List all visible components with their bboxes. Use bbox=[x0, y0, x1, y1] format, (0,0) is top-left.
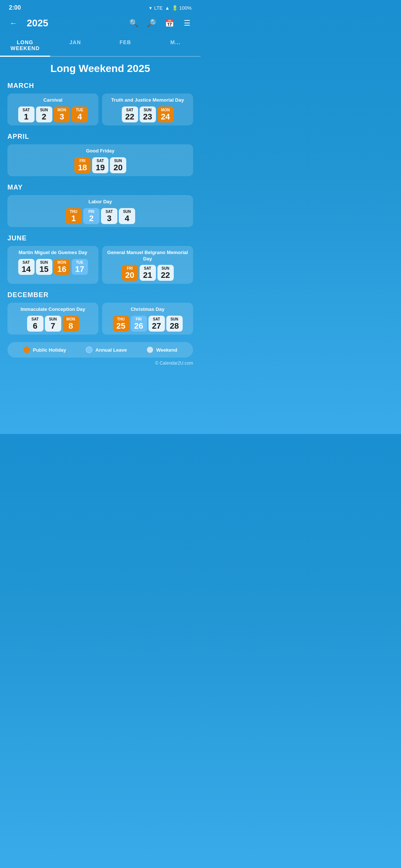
day-cell: SUN7 bbox=[45, 316, 61, 332]
day-of-week: FRI bbox=[88, 210, 94, 214]
lte-label: LTE bbox=[154, 5, 163, 11]
day-of-month: 3 bbox=[59, 113, 64, 121]
tabs-bar: LONG WEEKEND JAN FEB M... bbox=[0, 35, 200, 57]
holiday-card-martin-miguel-de-guemes-day: Martin Miguel de Guemes DaySAT14SUN15MON… bbox=[7, 246, 98, 284]
day-of-month: 2 bbox=[89, 214, 94, 223]
holidays-row-april: Good FridayFRI18SAT19SUN20 bbox=[7, 144, 193, 176]
month-section-june: JUNEMartin Miguel de Guemes DaySAT14SUN1… bbox=[7, 234, 193, 284]
day-cell: FRI2 bbox=[83, 208, 100, 224]
toolbar: ← 2025 🔍 🔎 📅 ☰ bbox=[0, 13, 200, 35]
month-label-june: JUNE bbox=[7, 234, 193, 242]
day-of-week: SAT bbox=[153, 317, 160, 321]
day-of-week: SAT bbox=[23, 260, 30, 264]
day-of-week: MON bbox=[66, 317, 75, 321]
calendar-button[interactable]: 📅 bbox=[162, 16, 177, 30]
day-cell: MON16 bbox=[54, 259, 70, 275]
holiday-card-good-friday: Good FridayFRI18SAT19SUN20 bbox=[7, 144, 193, 176]
day-of-month: 3 bbox=[107, 214, 111, 223]
day-of-month: 20 bbox=[114, 164, 123, 172]
holidays-row-may: Labor DayTHU1FRI2SAT3SUN4 bbox=[7, 195, 193, 227]
day-of-month: 2 bbox=[42, 113, 46, 121]
status-icons: ▾ LTE ▲ 🔋 100% bbox=[149, 5, 192, 11]
day-of-week: TUE bbox=[76, 260, 84, 264]
day-cell: SAT3 bbox=[101, 208, 117, 224]
status-bar: 2:00 ▾ LTE ▲ 🔋 100% bbox=[0, 0, 200, 13]
holidays-row-december: Immaculate Conception DaySAT6SUN7MON8Chr… bbox=[7, 303, 193, 335]
wifi-icon: ▾ bbox=[149, 5, 152, 11]
list-icon: ☰ bbox=[184, 19, 190, 27]
day-of-week: MON bbox=[58, 108, 66, 112]
back-button[interactable]: ← bbox=[6, 16, 21, 30]
legend-annual-dot bbox=[86, 346, 92, 353]
legend-weekend-label: Weekend bbox=[156, 347, 177, 353]
month-label-may: MAY bbox=[7, 184, 193, 191]
day-cell: SUN23 bbox=[140, 106, 156, 122]
tab-jan[interactable]: JAN bbox=[50, 35, 100, 56]
day-of-week: SUN bbox=[49, 317, 57, 321]
month-section-december: DECEMBERImmaculate Conception DaySAT6SUN… bbox=[7, 291, 193, 335]
days-row: SAT1SUN2MON3TUE4 bbox=[11, 106, 95, 122]
day-of-week: MON bbox=[58, 260, 66, 264]
day-of-month: 25 bbox=[116, 322, 125, 330]
holiday-name: General Manuel Belgrano Memorial Day bbox=[106, 250, 189, 262]
day-of-month: 23 bbox=[143, 113, 152, 121]
zoom-out-button[interactable]: 🔎 bbox=[144, 16, 159, 30]
day-of-month: 22 bbox=[161, 271, 170, 279]
day-of-month: 14 bbox=[22, 265, 30, 273]
day-of-month: 7 bbox=[50, 322, 55, 330]
back-icon: ← bbox=[10, 19, 17, 27]
days-row: SAT22SUN23MON24 bbox=[106, 106, 189, 122]
holiday-name: Immaculate Conception Day bbox=[11, 306, 95, 313]
legend: Public Holiday Annual Leave Weekend bbox=[7, 342, 193, 358]
day-of-month: 21 bbox=[143, 271, 152, 279]
calendar-icon: 📅 bbox=[165, 19, 174, 27]
day-cell: SUN28 bbox=[166, 316, 183, 332]
zoom-in-icon: 🔍 bbox=[129, 19, 138, 27]
legend-annual-leave: Annual Leave bbox=[86, 346, 127, 353]
zoom-in-button[interactable]: 🔍 bbox=[126, 16, 141, 30]
holiday-name: Truth and Justice Memorial Day bbox=[106, 97, 189, 103]
day-of-month: 17 bbox=[75, 265, 84, 273]
month-label-march: MARCH bbox=[7, 82, 193, 90]
day-of-week: SUN bbox=[170, 317, 178, 321]
days-row: SAT6SUN7MON8 bbox=[11, 316, 95, 332]
legend-weekend-dot bbox=[147, 346, 153, 353]
day-of-month: 26 bbox=[134, 322, 143, 330]
holiday-name: Martin Miguel de Guemes Day bbox=[11, 250, 95, 256]
battery-icon: 🔋 100% bbox=[172, 5, 192, 11]
day-cell: FRI26 bbox=[131, 316, 147, 332]
day-of-month: 28 bbox=[170, 322, 179, 330]
holiday-card-general-manuel-belgrano-memori: General Manuel Belgrano Memorial DayFRI2… bbox=[102, 246, 193, 284]
holiday-name: Christmas Day bbox=[106, 306, 189, 313]
tab-long-weekend[interactable]: LONG WEEKEND bbox=[0, 35, 50, 57]
holiday-card-christmas-day: Christmas DayTHU25FRI26SAT27SUN28 bbox=[102, 303, 193, 335]
day-cell: MON8 bbox=[63, 316, 79, 332]
day-cell: THU1 bbox=[65, 208, 82, 224]
day-of-week: SUN bbox=[114, 159, 122, 163]
day-of-week: MON bbox=[161, 108, 170, 112]
day-of-week: FRI bbox=[127, 266, 133, 270]
month-section-may: MAYLabor DayTHU1FRI2SAT3SUN4 bbox=[7, 184, 193, 227]
day-of-month: 4 bbox=[77, 113, 82, 121]
day-cell: SUN4 bbox=[119, 208, 135, 224]
day-cell: SUN20 bbox=[110, 157, 126, 173]
day-of-week: FRI bbox=[79, 159, 85, 163]
day-cell: SAT6 bbox=[27, 316, 43, 332]
day-of-month: 16 bbox=[57, 265, 66, 273]
months-container: MARCHCarnivalSAT1SUN2MON3TUE4Truth and J… bbox=[7, 82, 193, 335]
month-section-march: MARCHCarnivalSAT1SUN2MON3TUE4Truth and J… bbox=[7, 82, 193, 125]
list-button[interactable]: ☰ bbox=[180, 16, 195, 30]
day-of-week: SUN bbox=[144, 108, 151, 112]
days-row: SAT14SUN15MON16TUE17 bbox=[11, 259, 95, 275]
status-time: 2:00 bbox=[9, 4, 21, 11]
holiday-name: Labor Day bbox=[11, 199, 189, 205]
tab-more[interactable]: M... bbox=[150, 35, 200, 56]
day-cell: SAT21 bbox=[140, 265, 156, 281]
tab-feb[interactable]: FEB bbox=[100, 35, 150, 56]
day-cell: SAT22 bbox=[122, 106, 138, 122]
days-row: FRI20SAT21SUN22 bbox=[106, 265, 189, 281]
main-content: Long Weekend 2025 MARCHCarnivalSAT1SUN2M… bbox=[0, 57, 200, 378]
day-of-week: SAT bbox=[23, 108, 30, 112]
day-of-month: 4 bbox=[125, 214, 129, 223]
day-of-week: FRI bbox=[136, 317, 141, 321]
